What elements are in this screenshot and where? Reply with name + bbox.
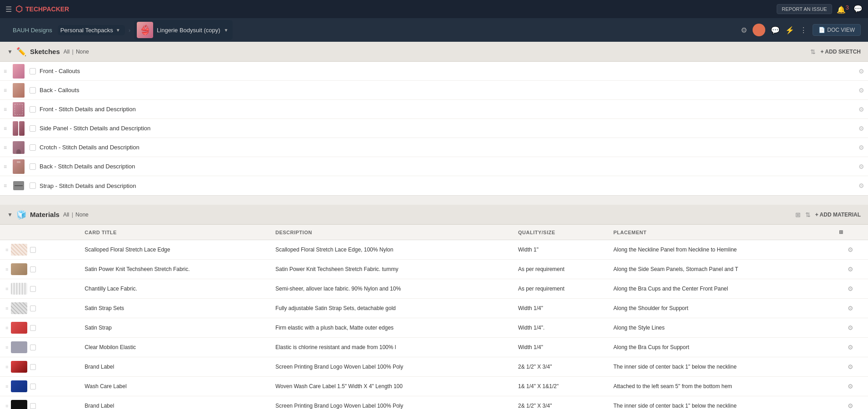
mat-drag-handle-icon[interactable]: ≡ [5, 345, 8, 350]
mat-quality-cell: As per requirement [513, 260, 608, 279]
mat-description-cell: Firm elastic with a plush back, Matte ou… [270, 318, 513, 338]
mat-drag-handle-icon[interactable]: ≡ [5, 364, 8, 370]
mat-drag-handle-icon[interactable]: ≡ [5, 325, 8, 330]
mat-settings-icon[interactable]: ⚙ [848, 266, 853, 273]
mat-settings-icon[interactable]: ⚙ [848, 246, 853, 253]
mat-quality-cell: 1& 1/4" X 1&1/2" [513, 377, 608, 396]
add-material-button[interactable]: + ADD MATERIAL [815, 212, 861, 218]
mat-settings-icon[interactable]: ⚙ [848, 344, 853, 351]
col-header-placement: PLACEMENT [608, 225, 833, 240]
materials-section: Card Title DESCRIPTION QUALITY/SIZE PLAC… [0, 225, 868, 409]
materials-filter-none-link[interactable]: None [75, 212, 89, 218]
sketch-settings-icon[interactable]: ⚙ [858, 68, 864, 75]
sketch-label: Back - Callouts [40, 87, 855, 94]
filter-none-link[interactable]: None [76, 49, 89, 55]
settings-icon[interactable]: ⚙ [741, 26, 747, 34]
mat-thumb-cell: ≡ [0, 279, 79, 299]
sketch-checkbox[interactable] [30, 163, 36, 170]
materials-filter-all-link[interactable]: All [63, 212, 69, 218]
add-sketch-button[interactable]: + ADD SKETCH [820, 49, 861, 55]
mat-description-cell: Screen Printing Brand Logo Woven Label 1… [270, 396, 513, 409]
sketches-filter: All | None [64, 49, 89, 55]
mat-checkbox[interactable] [30, 286, 36, 292]
sketch-checkbox[interactable] [30, 144, 36, 151]
mat-checkbox[interactable] [30, 247, 36, 253]
workspace-crumb[interactable]: BAUH Designs [7, 27, 58, 34]
more-options-icon[interactable]: ⋮ [800, 26, 807, 34]
mat-thumbnail [11, 283, 27, 295]
sketch-settings-icon[interactable]: ⚙ [858, 125, 864, 132]
col-header-thumb [0, 225, 79, 240]
mat-description-cell: Screen Printing Brand Logo Woven Label 1… [270, 357, 513, 377]
notif-count: 3 [846, 4, 849, 11]
product-selector[interactable]: 👙 Lingerie Bodysuit (copy) ▼ [134, 20, 233, 40]
table-columns-icon[interactable]: ⊞ [839, 229, 843, 235]
mat-drag-handle-icon[interactable]: ≡ [5, 286, 8, 291]
doc-view-button[interactable]: 📄 DOC VIEW [813, 24, 861, 36]
notification-icon[interactable]: 🔔3 [837, 4, 849, 14]
sketch-thumbnail [11, 140, 26, 155]
doc-view-label: DOC VIEW [827, 27, 855, 33]
chat-icon[interactable]: 💬 [853, 5, 863, 13]
mat-drag-handle-icon[interactable]: ≡ [5, 266, 8, 272]
sketch-settings-icon[interactable]: ⚙ [858, 144, 864, 151]
sort-icon[interactable]: ⇅ [810, 48, 816, 55]
drag-handle-icon[interactable]: ≡ [4, 87, 7, 94]
sketch-checkbox[interactable] [30, 87, 36, 94]
mat-checkbox[interactable] [30, 266, 36, 272]
sketches-toggle-icon[interactable]: ▼ [7, 49, 13, 55]
mat-settings-icon[interactable]: ⚙ [848, 402, 853, 409]
sketch-thumbnail [11, 159, 26, 174]
mat-checkbox[interactable] [30, 364, 36, 370]
mat-actions-cell: ⚙ [833, 318, 868, 338]
top-navigation: ☰ ⬡ TECHPACKER REPORT AN ISSUE 🔔3 💬 [0, 0, 868, 18]
mat-drag-handle-icon[interactable]: ≡ [5, 403, 8, 409]
drag-handle-icon[interactable]: ≡ [4, 125, 7, 132]
mat-settings-icon[interactable]: ⚙ [848, 285, 853, 292]
mat-checkbox[interactable] [30, 403, 36, 409]
drag-handle-icon[interactable]: ≡ [4, 182, 7, 189]
drag-handle-icon[interactable]: ≡ [4, 144, 7, 151]
second-nav-right: ⚙ 💬 ⚡ ⋮ 📄 DOC VIEW [741, 24, 861, 36]
comment-icon[interactable]: 💬 [771, 26, 780, 34]
drag-handle-icon[interactable]: ≡ [4, 68, 7, 74]
mat-settings-icon[interactable]: ⚙ [848, 383, 853, 390]
mat-checkbox[interactable] [30, 306, 36, 311]
mat-settings-icon[interactable]: ⚙ [848, 363, 853, 370]
user-avatar[interactable] [753, 24, 765, 36]
table-row: ≡ Wash Care Label Woven Wash Care Label … [0, 377, 868, 396]
mat-settings-icon[interactable]: ⚙ [848, 305, 853, 312]
materials-sort-icon[interactable]: ⇅ [805, 211, 811, 218]
sketch-settings-icon[interactable]: ⚙ [858, 163, 864, 170]
mat-title-cell: Brand Label [79, 396, 270, 409]
mat-drag-handle-icon[interactable]: ≡ [5, 306, 8, 311]
filter-all-link[interactable]: All [64, 49, 70, 55]
drag-handle-icon[interactable]: ≡ [4, 106, 7, 113]
hamburger-icon[interactable]: ☰ [5, 5, 12, 14]
sketch-thumbnail [11, 121, 26, 136]
sketch-settings-icon[interactable]: ⚙ [858, 106, 864, 113]
mat-quality-cell: 2& 1/2" X 3/4" [513, 357, 608, 377]
mat-thumb-cell: ≡ [0, 260, 79, 279]
sketch-settings-icon[interactable]: ⚙ [858, 87, 864, 94]
brand-logo[interactable]: ⬡ TECHPACKER [15, 4, 69, 14]
mat-checkbox[interactable] [30, 384, 36, 389]
report-issue-button[interactable]: REPORT AN ISSUE [777, 4, 832, 14]
filter-icon[interactable]: ⚡ [785, 26, 794, 34]
sketch-checkbox[interactable] [30, 106, 36, 113]
drag-handle-icon[interactable]: ≡ [4, 163, 7, 170]
techpack-selector[interactable]: Personal Techpacks ▼ [58, 25, 125, 35]
sketch-checkbox[interactable] [30, 68, 36, 74]
materials-grid-icon[interactable]: ⊞ [795, 211, 801, 218]
sketch-settings-icon[interactable]: ⚙ [858, 182, 864, 189]
mat-checkbox[interactable] [30, 325, 36, 331]
mat-placement-cell: The inner side of center back 1" below t… [608, 357, 833, 377]
mat-drag-handle-icon[interactable]: ≡ [5, 247, 8, 252]
mat-settings-icon[interactable]: ⚙ [848, 324, 853, 331]
mat-checkbox[interactable] [30, 345, 36, 350]
materials-toggle-icon[interactable]: ▼ [7, 212, 13, 218]
sketch-checkbox[interactable] [30, 125, 36, 132]
sketch-checkbox[interactable] [30, 182, 36, 189]
mat-thumb-cell: ≡ [0, 338, 79, 357]
mat-drag-handle-icon[interactable]: ≡ [5, 384, 8, 389]
